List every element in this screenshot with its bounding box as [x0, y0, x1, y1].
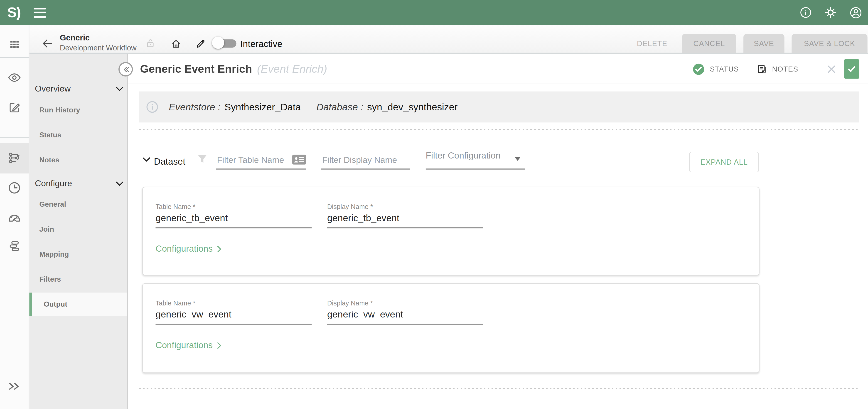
- configurations-link[interactable]: Configurations: [155, 340, 221, 350]
- lock-open-icon: [145, 38, 155, 49]
- eventstore-value: Synthesizer_Data: [224, 101, 301, 113]
- expand-all-button[interactable]: EXPAND ALL: [689, 152, 759, 172]
- menu-icon[interactable]: [34, 7, 46, 18]
- display-name-label: Display Name *: [327, 203, 373, 210]
- display-name-field[interactable]: [327, 213, 483, 228]
- configurations-label: Configurations: [155, 244, 213, 254]
- selected-indicator-bar: [29, 293, 32, 316]
- collapse-right-icon[interactable]: [7, 379, 22, 394]
- notes-button[interactable]: NOTES: [756, 63, 798, 75]
- display-name-field[interactable]: [327, 309, 483, 325]
- panel-title: Generic Event Enrich: [140, 62, 252, 75]
- notes-icon: [756, 63, 767, 75]
- collapse-panel-button[interactable]: [119, 62, 133, 76]
- table-name-label: Table Name *: [155, 203, 195, 210]
- workflow-name: Generic: [60, 34, 136, 42]
- home-icon[interactable]: [170, 38, 182, 49]
- panel-header: Generic Event Enrich (Event Enrich) STAT…: [128, 54, 868, 84]
- filter-display-name-input[interactable]: [321, 151, 410, 170]
- sidebar-section-configure[interactable]: Configure: [35, 176, 123, 191]
- settings-gear-icon[interactable]: [824, 6, 837, 19]
- dataset-collapse-chevron-icon[interactable]: [142, 157, 151, 163]
- status-check-icon: [693, 63, 705, 75]
- status-button[interactable]: STATUS: [693, 63, 739, 75]
- status-label: STATUS: [710, 65, 739, 74]
- sidebar-item-notes[interactable]: Notes: [39, 156, 122, 164]
- config-sidebar: Overview Run History Status Notes Config…: [29, 54, 127, 409]
- save-button[interactable]: SAVE: [743, 34, 784, 53]
- app-logo: S): [7, 4, 21, 21]
- account-icon[interactable]: [849, 6, 863, 19]
- confirm-check-icon: [846, 64, 857, 74]
- workflow-title-block: Generic Development Workflow: [60, 34, 136, 52]
- display-name-label: Display Name *: [327, 299, 373, 307]
- database-value: syn_dev_synthesizer: [367, 101, 458, 113]
- sidebar-item-filters[interactable]: Filters: [39, 275, 122, 283]
- table-name-label: Table Name *: [155, 299, 195, 307]
- filter-funnel-icon: [198, 155, 207, 164]
- eye-icon[interactable]: [7, 70, 21, 85]
- sidebar-section-overview[interactable]: Overview: [35, 82, 123, 96]
- dropdown-arrow-icon: [515, 157, 520, 161]
- sidebar-item-output[interactable]: Output: [29, 293, 127, 316]
- sidebar-item-label: Output: [44, 300, 67, 308]
- chevron-down-icon: [116, 181, 123, 186]
- cancel-button[interactable]: CANCEL: [682, 34, 736, 53]
- interactive-toggle-knob[interactable]: [212, 36, 224, 49]
- double-chevron-left-icon: [121, 64, 130, 74]
- section-divider: [139, 388, 859, 389]
- dataset-card-tb-event: Table Name * Display Name * Configuratio…: [142, 187, 760, 275]
- table-name-field[interactable]: [155, 213, 312, 228]
- sidebar-item-general[interactable]: General: [39, 200, 122, 208]
- table-name-field[interactable]: [155, 309, 312, 325]
- app-top-bar: S): [0, 0, 868, 25]
- back-arrow-icon[interactable]: [41, 38, 53, 49]
- sidebar-item-mapping[interactable]: Mapping: [39, 250, 122, 258]
- confirm-check-button[interactable]: [844, 59, 859, 79]
- close-icon[interactable]: [827, 64, 836, 74]
- apps-grid-icon[interactable]: [8, 38, 21, 51]
- eventstore-info-bar: Eventstore : Synthesizer_Data Database :…: [139, 91, 859, 123]
- gauge-icon[interactable]: [7, 210, 22, 224]
- edit-pencil-icon[interactable]: [195, 38, 206, 49]
- chevron-right-icon: [217, 245, 222, 253]
- clock-icon[interactable]: [7, 181, 22, 195]
- icon-rail: [0, 25, 29, 409]
- output-panel: Generic Event Enrich (Event Enrich) STAT…: [127, 54, 868, 409]
- delete-button[interactable]: DELETE: [630, 34, 674, 53]
- configurations-link[interactable]: Configurations: [155, 244, 221, 254]
- workflow-type: Development Workflow: [60, 44, 136, 52]
- contact-card-icon: [292, 155, 306, 165]
- database-label: Database :: [316, 101, 363, 113]
- chevron-right-icon: [217, 342, 222, 349]
- header-divider: [813, 54, 813, 84]
- configurations-label: Configurations: [155, 340, 213, 350]
- filter-configuration-label: Filter Configuration: [426, 151, 501, 161]
- chevron-down-icon: [116, 86, 123, 91]
- interactive-toggle-label: Interactive: [240, 39, 282, 49]
- section-label: Configure: [35, 178, 72, 188]
- panel-subtitle: (Event Enrich): [257, 62, 327, 75]
- compose-icon[interactable]: [8, 101, 21, 114]
- section-divider: [139, 129, 859, 130]
- info-circle-icon: [146, 100, 159, 114]
- notes-label: NOTES: [772, 65, 798, 74]
- dataset-section-label: Dataset: [154, 156, 185, 167]
- info-icon[interactable]: [800, 6, 812, 19]
- eventstore-label: Eventstore :: [169, 101, 221, 113]
- dataset-card-vw-event: Table Name * Display Name * Configuratio…: [142, 283, 760, 373]
- sidebar-item-status[interactable]: Status: [39, 131, 122, 139]
- stack-icon[interactable]: [7, 239, 21, 253]
- save-and-lock-button[interactable]: SAVE & LOCK: [792, 34, 867, 53]
- section-label: Overview: [35, 84, 71, 93]
- sidebar-item-join[interactable]: Join: [39, 225, 122, 233]
- sidebar-item-run-history[interactable]: Run History: [39, 106, 122, 114]
- filter-configuration-select[interactable]: Filter Configuration: [426, 149, 525, 169]
- workflow-icon[interactable]: [7, 151, 21, 165]
